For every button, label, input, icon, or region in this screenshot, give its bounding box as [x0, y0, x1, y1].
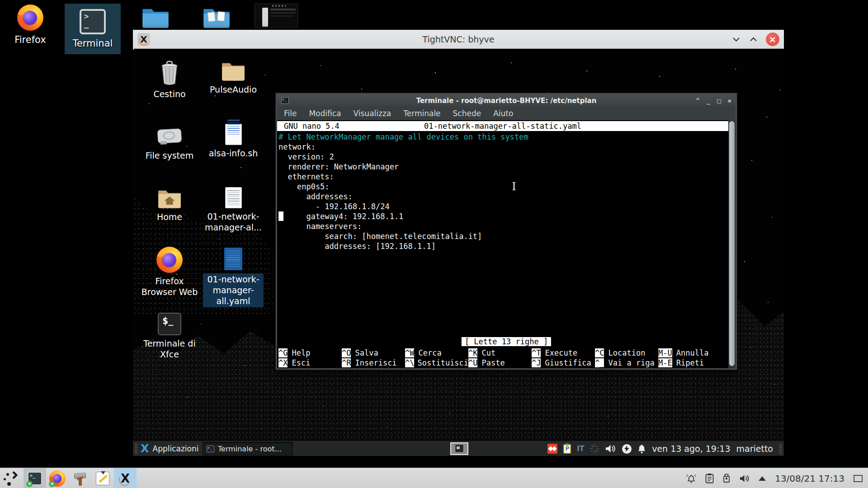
remote-desktop[interactable]: Cestino PulseAudio File system alsa-info… [133, 49, 784, 456]
close-icon[interactable]: × [766, 33, 779, 46]
host-taskbar-firefox[interactable]: + [46, 468, 69, 488]
shortcut-key: ^C [595, 348, 604, 357]
host-desktop-icon-terminal[interactable]: >_ Terminal [65, 4, 121, 54]
vnc-titlebar[interactable]: X TightVNC: bhyve × [133, 30, 784, 49]
icon-label: Terminale di Xfce [143, 338, 195, 360]
yaml-file-icon [224, 248, 242, 270]
volume-icon[interactable] [739, 474, 750, 483]
menu-terminal[interactable]: Terminale [403, 109, 440, 118]
shortcut-label: Cut [481, 348, 495, 357]
close-icon[interactable]: × [728, 97, 731, 104]
menu-tabs[interactable]: Schede [453, 109, 481, 118]
shortcut-label: Help [292, 348, 310, 357]
maximize-icon[interactable]: □ [717, 97, 721, 104]
host-desktop-icon-folder[interactable] [142, 5, 170, 29]
notifications-bell-tray-icon[interactable] [637, 444, 646, 454]
nano-editor-area[interactable]: GNU nano 5.4 01-network-manager-all-stat… [277, 120, 736, 368]
terminal-menubar: File Modifica Visualizza Terminale Sched… [277, 107, 736, 120]
host-taskbar-build-tool[interactable] [69, 468, 91, 488]
shortcut-column: ^KCut ^UPaste [468, 348, 532, 368]
shade-icon[interactable]: ^ [696, 97, 699, 104]
host-taskbar-xorg-active[interactable]: X [114, 468, 137, 488]
shortcut-key: ^K [468, 348, 477, 357]
volume-tray-icon[interactable] [605, 444, 616, 454]
preview-row [270, 12, 296, 14]
clipboard-manager-tray-icon[interactable]: P [563, 444, 571, 454]
icon-label: 01-network- manager-al... [205, 211, 262, 233]
xorg-icon: X [121, 473, 130, 484]
notifications-bell-icon[interactable] [686, 474, 696, 483]
icon-label: Home [157, 212, 182, 223]
shortcut-column: ^TExecute ^JGiustifica [532, 348, 595, 368]
logged-in-user-label: marietto [736, 444, 773, 454]
terminal-titlebar[interactable]: >_ Terminale - root@marietto-BHYVE: /etc… [277, 94, 736, 107]
remote-icon-trash[interactable]: Cestino [139, 61, 200, 100]
terminal-icon: >_ [80, 9, 106, 34]
menu-view[interactable]: Visualizza [354, 109, 392, 118]
shortcut-key: M-E [658, 358, 672, 367]
power-manager-tray-icon[interactable] [622, 444, 632, 454]
remote-icon-home[interactable]: Home [139, 188, 200, 223]
remote-icon-pulseaudio[interactable]: PulseAudio [203, 61, 264, 95]
trash-icon [159, 61, 180, 86]
remote-icon-firefox[interactable]: Firefox Browser Web [139, 247, 200, 298]
host-desktop-icon-folder-documents[interactable] [203, 5, 231, 29]
text-file-icon [225, 187, 242, 208]
shortcut-label: Paste [481, 358, 505, 367]
menu-edit[interactable]: Modifica [309, 109, 341, 118]
text-cursor-block [278, 211, 283, 221]
shortcut-column: ^WCerca ^\Sostituisci [405, 348, 468, 368]
host-app-launcher-menu[interactable] [1, 468, 24, 488]
shade-down-icon[interactable] [731, 35, 741, 44]
screen-sharing-tray-icon[interactable] [547, 444, 557, 454]
icon-label: Firefox Browser Web [142, 276, 198, 298]
menu-file[interactable]: File [284, 109, 297, 118]
host-taskbar-terminal[interactable]: >_ + [24, 468, 46, 488]
host-desktop-window-preview[interactable] [255, 4, 298, 28]
panel-grip-handle[interactable] [135, 443, 138, 454]
host-taskbar-notes[interactable] [91, 468, 114, 488]
notepad-pencil-icon [96, 472, 109, 485]
shortcut-label: Execute [545, 348, 577, 357]
nano-line: enp0s5: [278, 182, 727, 192]
terminal-scrollbar[interactable] [728, 120, 736, 368]
panel-grip-handle[interactable] [779, 443, 782, 454]
shortcut-key: ^W [405, 348, 414, 357]
nano-header-bar: GNU nano 5.4 01-network-manager-all-stat… [277, 121, 728, 131]
minimize-icon[interactable]: _ [707, 97, 710, 104]
network-spinner-tray-icon[interactable] [590, 444, 599, 453]
remote-icon-network-file[interactable]: 01-network- manager-al... [203, 187, 264, 233]
taskbar-window-button[interactable]: >_ Terminale - root... [203, 442, 293, 455]
applications-menu-label: Applicazioni [153, 444, 199, 453]
clipboard-icon[interactable] [705, 473, 714, 483]
remote-icon-xfce-terminal[interactable]: $_ Terminale di Xfce [139, 313, 200, 360]
shortcut-key: ^X [278, 358, 288, 367]
show-desktop-button[interactable] [854, 475, 863, 482]
shortcut-column: ^OSalva ^RInserisci [342, 348, 405, 368]
menu-help[interactable]: Aiuto [493, 109, 513, 118]
nano-line: - 192.168.1.8/24 [278, 202, 727, 211]
shade-up-icon[interactable] [749, 35, 758, 44]
tray-expand-arrow-icon[interactable] [759, 476, 766, 481]
scrollbar-thumb[interactable] [729, 121, 735, 366]
remote-icon-yaml-file-selected[interactable]: 01-network- manager- all.yaml [203, 248, 264, 307]
host-clock[interactable]: 13/08/21 17:13 [775, 473, 844, 484]
launcher-dots-logo-icon [3, 471, 22, 486]
remote-clock[interactable]: ven 13 ago, 19:13 [652, 444, 730, 454]
shortcut-column: ^GHelp ^XEsci [278, 348, 342, 368]
shortcut-label: Cerca [418, 348, 441, 357]
screen: { "host": { "desktop": { "firefox_label"… [0, 0, 868, 488]
nano-statusbar: [ Lette 13 righe ] [462, 337, 551, 346]
workspace-pager[interactable] [450, 442, 468, 455]
nano-buffer: # Let NetworkManager manage all devices … [278, 132, 727, 251]
host-desktop-icon-firefox[interactable]: Firefox [5, 5, 55, 45]
remote-icon-alsa-info[interactable]: alsa-info.sh [203, 124, 264, 159]
applications-menu-button[interactable]: X Applicazioni [140, 441, 202, 456]
shortcut-label: Ripeti [676, 358, 704, 367]
removable-drive-icon[interactable] [723, 474, 730, 483]
terminal-window-title: Terminale - root@marietto-BHYVE: /etc/ne… [277, 97, 736, 105]
shortcut-label: Vai a riga [608, 358, 654, 367]
remote-icon-filesystem[interactable]: File system [139, 125, 200, 161]
keyboard-layout-indicator[interactable]: IT [577, 445, 584, 453]
nano-line: addresses: [192.168.1.1] [278, 241, 727, 251]
